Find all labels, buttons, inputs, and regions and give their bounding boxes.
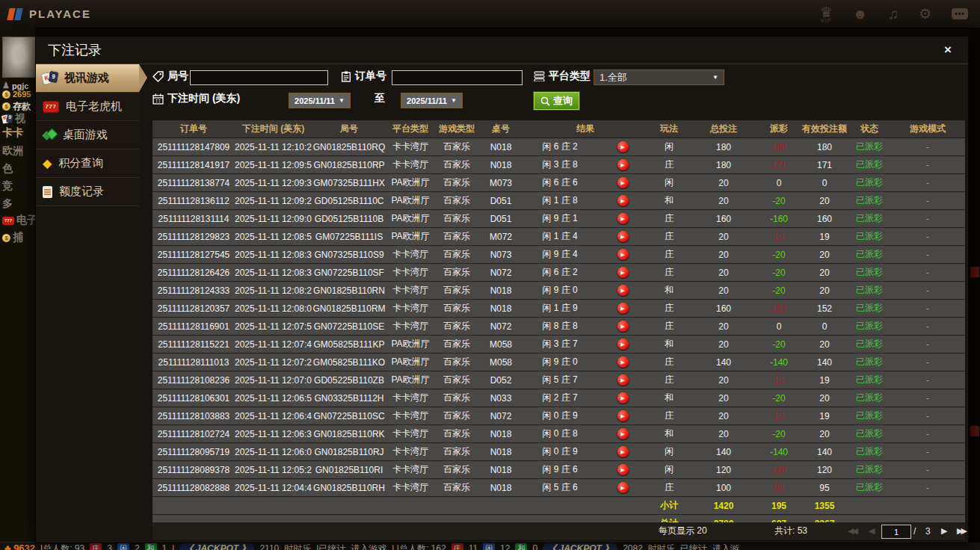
menu-item-label: 桌面游戏 [63,128,108,142]
total-bet: 20 [690,393,757,404]
order-input[interactable] [392,70,523,85]
valid-bet: 0 [801,321,848,332]
order-id: 251111128102724 [152,429,235,439]
table-games-icon [43,129,56,141]
table-no: N033 [479,393,523,404]
replay-button[interactable]: ▶ [617,231,629,242]
bet-time: 2025-11-11 12:07:42 [235,339,312,350]
payout: -20 [757,250,801,260]
date-from-select[interactable]: 2025/11/11 ▼ [289,93,351,108]
replay-button[interactable]: ▶ [617,213,629,224]
replay-button[interactable]: ▶ [617,410,629,421]
bet-type: 闲 [648,445,690,458]
bet-type: 庄 [648,248,690,261]
platform-select[interactable]: 1.全部 ▼ [594,69,724,85]
ticker-fragment: 已统计 [680,543,707,550]
vip-icon[interactable]: ♛ VIP [820,5,833,23]
replay-button-wrap: ▶ [597,321,648,332]
replay-button[interactable]: ▶ [617,428,629,439]
per-page-label: 每页显示 20 [659,522,707,540]
platform-icon [534,71,545,81]
replay-button[interactable]: ▶ [617,285,629,296]
menu-item-video-games[interactable]: 视讯游戏 [36,64,139,93]
replay-button[interactable]: ▶ [617,339,629,350]
lobby-sidebar-item[interactable]: 视 [2,112,25,126]
replay-button[interactable]: ▶ [617,321,629,332]
lobby-sidebar-item[interactable]: $存款 [2,100,31,113]
status: 已派彩 [848,427,890,440]
replay-button[interactable]: ▶ [617,159,629,170]
bet-type: 庄 [648,481,690,494]
game-type: 百家乐 [434,176,479,189]
result-cell: 闲 1 庄 9▶ [523,302,648,315]
coin-icon: $ [2,234,10,242]
replay-button-wrap: ▶ [597,356,648,368]
replay-button[interactable]: ▶ [617,446,629,457]
round-id: GD05125B1110B [312,214,386,224]
valid-bet: 20 [801,339,848,350]
result-text: 闲 6 庄 2 [523,266,597,279]
menu-item-quota-records[interactable]: 额度记录 [36,178,139,206]
next-page-icon[interactable]: ▶ [941,522,947,540]
replay-button[interactable]: ▶ [617,482,629,493]
table-row: 2511111281298232025-11-11 12:08:53GM0722… [152,228,965,246]
calendar-icon [152,93,164,105]
page-number-input[interactable] [881,525,911,539]
lobby-sidebar-item[interactable]: 色 [2,162,13,176]
replay-button[interactable]: ▶ [617,392,629,404]
replay-button[interactable]: ▶ [617,195,629,206]
music-icon[interactable]: ♫ [888,7,899,21]
date-to-select[interactable]: 2025/11/11 ▼ [401,93,463,108]
replay-button[interactable]: ▶ [617,303,629,314]
brand-mark-icon [7,7,24,22]
avatar[interactable] [2,37,35,78]
replay-button[interactable]: ▶ [617,464,629,475]
menu-item-points[interactable]: ◆积分查询 [36,149,139,178]
ticker-fragment: 闲 [117,543,129,550]
lobby-sidebar-item[interactable]: 777电子 [2,214,35,227]
lobby-sidebar-item[interactable]: 多 [2,197,13,211]
table-no: N018 [479,303,523,314]
replay-button[interactable]: ▶ [617,141,629,152]
game-mode: - [890,160,965,170]
platform: 卡卡湾厅 [386,248,434,261]
menu-item-slots[interactable]: 777电子老虎机 [36,93,139,121]
lobby-sidebar-item[interactable]: $2695 [2,90,31,99]
search-button[interactable]: 查询 [534,92,579,110]
result-cell: 闲 6 庄 2▶ [523,140,648,153]
replay-button[interactable]: ▶ [617,249,629,260]
replay-button-wrap: ▶ [597,249,648,260]
lobby-sidebar-item[interactable]: 竞 [2,179,13,193]
support-icon[interactable]: ☻ [853,7,868,21]
lobby-sidebar-item[interactable]: 卡卡 [2,126,23,140]
menu-item-table-games[interactable]: 桌面游戏 [36,121,139,149]
round-input[interactable] [190,70,328,85]
replay-button[interactable]: ▶ [617,356,629,368]
brand-logo[interactable]: PLAYACE [7,7,91,22]
lobby-sidebar-item[interactable]: $捕 [2,231,23,244]
lobby-sidebar-item[interactable]: 欧洲 [2,144,23,158]
replay-button-wrap: ▶ [597,446,648,457]
gear-glyph: ⚙ [919,7,931,21]
first-page-icon[interactable]: ◀◀ [848,522,858,540]
order-label-group: 订单号 [341,69,386,83]
bet-type: 庄 [648,212,690,225]
result-text: 闲 1 庄 8 [523,194,597,207]
prev-page-icon[interactable]: ◀ [869,522,875,540]
valid-bet: 95 [801,483,848,493]
last-page-icon[interactable]: ▶▶ [957,522,967,540]
result-cell: 闲 3 庄 8▶ [523,158,648,171]
game-mode: - [890,178,965,188]
result-text: 闲 9 庄 0 [523,356,597,368]
replay-button[interactable]: ▶ [617,374,629,386]
replay-button[interactable]: ▶ [617,177,629,188]
game-mode: - [890,465,965,475]
replay-button[interactable]: ▶ [617,267,629,278]
game-type: 百家乐 [434,248,479,261]
close-icon[interactable]: × [940,41,956,59]
replay-button-wrap: ▶ [597,374,648,386]
game-type: 百家乐 [434,158,479,171]
settings-icon[interactable]: ⚙ [919,7,931,21]
chat-icon[interactable]: ••• [952,8,968,19]
bet-time: 2025-11-11 12:10:23 [235,142,312,152]
